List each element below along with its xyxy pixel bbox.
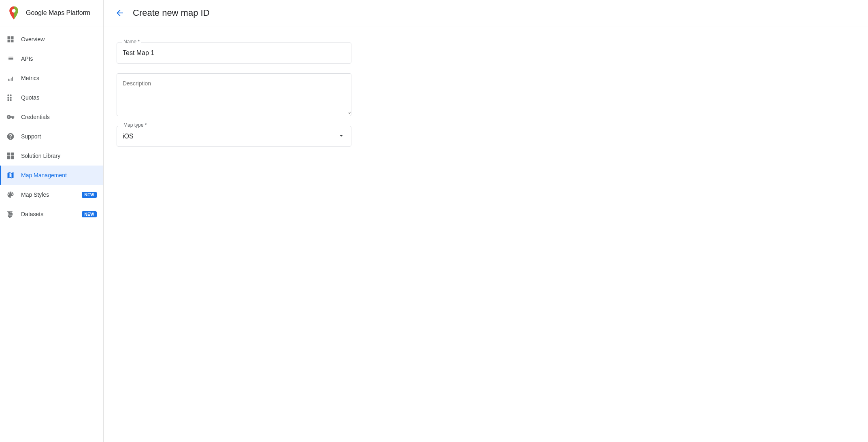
description-form-group bbox=[117, 73, 351, 116]
solution-library-icon bbox=[6, 152, 15, 160]
sidebar-item-support[interactable]: Support bbox=[0, 127, 103, 146]
sidebar-nav: Overview APIs Metrics Quotas bbox=[0, 26, 103, 442]
form-area: Name * Map type * JavaScript Android iOS bbox=[104, 26, 411, 172]
svg-rect-6 bbox=[10, 99, 11, 101]
quotas-icon bbox=[6, 94, 15, 102]
sidebar-item-label-quotas: Quotas bbox=[21, 94, 97, 101]
back-button[interactable] bbox=[113, 6, 126, 19]
datasets-icon bbox=[6, 210, 15, 218]
sidebar-item-label-map-management: Map Management bbox=[21, 172, 97, 178]
map-type-select-wrapper: Map type * JavaScript Android iOS bbox=[117, 126, 351, 147]
sidebar-item-credentials[interactable]: Credentials bbox=[0, 107, 103, 127]
name-form-group: Name * bbox=[117, 42, 351, 64]
sidebar-item-label-map-styles: Map Styles bbox=[21, 191, 75, 198]
description-field-wrapper bbox=[117, 73, 351, 116]
name-field-wrapper: Name * bbox=[117, 42, 351, 64]
description-input[interactable] bbox=[117, 74, 351, 114]
svg-rect-3 bbox=[10, 95, 11, 96]
name-label: Name * bbox=[122, 39, 141, 45]
svg-rect-7 bbox=[7, 153, 11, 156]
map-type-form-group: Map type * JavaScript Android iOS bbox=[117, 126, 351, 147]
sidebar-item-label-datasets: Datasets bbox=[21, 211, 75, 217]
datasets-badge: NEW bbox=[82, 211, 97, 217]
apis-icon bbox=[6, 55, 15, 63]
svg-rect-9 bbox=[7, 156, 11, 159]
metrics-icon bbox=[6, 74, 15, 82]
sidebar-item-label-solution-library: Solution Library bbox=[21, 153, 97, 159]
page-title: Create new map ID bbox=[133, 8, 210, 18]
map-styles-icon bbox=[6, 191, 15, 199]
sidebar-item-label-apis: APIs bbox=[21, 55, 97, 62]
sidebar-item-apis[interactable]: APIs bbox=[0, 49, 103, 68]
sidebar-item-label-metrics: Metrics bbox=[21, 75, 97, 81]
map-type-label: Map type * bbox=[122, 122, 148, 128]
svg-point-0 bbox=[12, 9, 16, 13]
main-content: Create new map ID Name * Map type * Java… bbox=[104, 0, 868, 442]
svg-rect-4 bbox=[10, 97, 11, 98]
support-icon bbox=[6, 132, 15, 140]
sidebar-item-solution-library[interactable]: Solution Library bbox=[0, 146, 103, 166]
credentials-icon bbox=[6, 113, 15, 121]
svg-rect-1 bbox=[8, 95, 9, 96]
overview-icon bbox=[6, 35, 15, 43]
svg-rect-10 bbox=[11, 156, 14, 159]
sidebar-item-map-management[interactable]: Map Management bbox=[0, 166, 103, 185]
svg-rect-2 bbox=[8, 97, 9, 98]
sidebar-item-overview[interactable]: Overview bbox=[0, 30, 103, 49]
page-header: Create new map ID bbox=[104, 0, 868, 26]
google-maps-logo bbox=[6, 6, 21, 20]
map-type-select[interactable]: JavaScript Android iOS bbox=[117, 126, 351, 146]
svg-rect-8 bbox=[11, 153, 14, 156]
sidebar-title: Google Maps Platform bbox=[26, 9, 90, 17]
map-styles-badge: NEW bbox=[82, 192, 97, 198]
sidebar-item-quotas[interactable]: Quotas bbox=[0, 88, 103, 107]
back-arrow-icon bbox=[115, 8, 125, 18]
sidebar-item-map-styles[interactable]: Map Styles NEW bbox=[0, 185, 103, 204]
sidebar-item-metrics[interactable]: Metrics bbox=[0, 68, 103, 88]
name-input[interactable] bbox=[117, 43, 351, 63]
sidebar-item-label-overview: Overview bbox=[21, 36, 97, 42]
sidebar: Google Maps Platform Overview APIs Metri… bbox=[0, 0, 104, 442]
sidebar-item-label-support: Support bbox=[21, 133, 97, 140]
sidebar-item-datasets[interactable]: Datasets NEW bbox=[0, 204, 103, 224]
map-management-icon bbox=[6, 171, 15, 179]
sidebar-header: Google Maps Platform bbox=[0, 0, 103, 26]
svg-rect-5 bbox=[8, 99, 9, 101]
sidebar-item-label-credentials: Credentials bbox=[21, 114, 97, 120]
